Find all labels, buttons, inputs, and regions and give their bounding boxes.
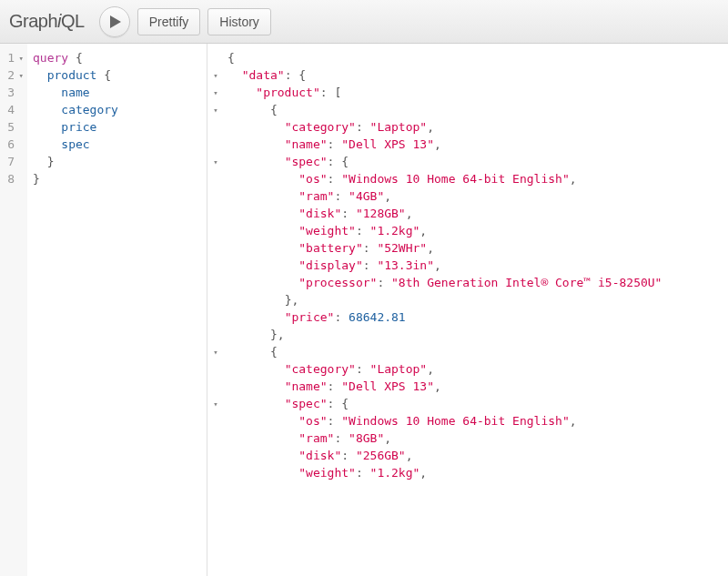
token: :: [356, 362, 370, 376]
token: {: [270, 345, 278, 359]
result-line: "display": "13.3in",: [228, 257, 728, 274]
token: "Dell XPS 13": [341, 137, 434, 151]
fold-spacer: [207, 170, 224, 187]
fold-arrow-icon[interactable]: ▾: [207, 66, 224, 84]
token: "Windows 10 Home 64-bit English": [341, 172, 569, 186]
result-line: "processor": "8th Generation Intel® Core…: [228, 274, 728, 291]
result-viewer[interactable]: { "data": { "product": [ { "category": "…: [224, 44, 728, 576]
logo-text-prefix: Graph: [9, 11, 57, 31]
token: : {: [328, 397, 349, 410]
result-line: "product": [: [228, 84, 728, 101]
query-gutter: 1▾2▾345678: [0, 44, 27, 576]
token: "processor": [298, 276, 377, 289]
prettify-button[interactable]: Prettify: [137, 8, 201, 35]
token: "1.2kg": [370, 466, 420, 480]
token: {: [104, 68, 111, 82]
result-line: },: [228, 291, 728, 308]
token: spec: [61, 137, 89, 151]
token: "display": [298, 258, 362, 272]
result-line: "spec": {: [228, 395, 728, 412]
token: "product": [256, 86, 319, 99]
result-line: "disk": "256GB",: [228, 447, 728, 464]
token: "4GB": [349, 189, 384, 203]
result-gutter: ▾▾▾▾▾▾: [207, 44, 224, 576]
code-line: spec: [33, 136, 199, 153]
token: ,: [406, 207, 413, 220]
token: "weight": [298, 224, 356, 237]
token: :: [328, 172, 342, 186]
fold-spacer: [207, 308, 224, 326]
line-number-text: 5: [7, 120, 15, 134]
token: ,: [384, 189, 391, 203]
token: "8th Generation Intel® Core™ i5-8250U": [391, 276, 662, 289]
execute-button[interactable]: [99, 6, 130, 37]
fold-arrow-icon[interactable]: ▾: [207, 153, 224, 170]
token: :: [341, 207, 356, 220]
token: ,: [434, 137, 441, 151]
token: "8GB": [349, 431, 384, 445]
token: :: [334, 189, 349, 203]
token: ,: [420, 224, 427, 237]
token: :: [363, 258, 378, 272]
app-logo: GraphiQL: [9, 11, 85, 32]
result-line: },: [228, 326, 728, 343]
token: "1.2kg": [370, 224, 420, 237]
fold-spacer: [207, 429, 224, 447]
result-pane: ▾▾▾▾▾▾ { "data": { "product": [ { "categ…: [207, 44, 728, 576]
token: "256GB": [356, 449, 406, 462]
token: : [: [320, 86, 341, 99]
token: :: [334, 310, 349, 324]
result-line: "ram": "8GB",: [228, 429, 728, 447]
token: ,: [570, 172, 577, 186]
result-line: "data": {: [228, 66, 728, 84]
token: "battery": [298, 241, 362, 255]
query-pane: 1▾2▾345678 query { product { name catego…: [0, 44, 207, 576]
fold-spacer: [207, 239, 224, 257]
fold-arrow-icon[interactable]: ▾: [207, 343, 224, 360]
fold-arrow-icon[interactable]: ▾: [207, 395, 224, 412]
token: }: [33, 172, 40, 186]
query-editor[interactable]: query { product { name category price sp…: [27, 44, 207, 576]
token: "weight": [298, 466, 356, 480]
fold-spacer: [207, 291, 224, 308]
token: "Dell XPS 13": [341, 379, 434, 393]
token: "disk": [298, 207, 341, 220]
logo-text-suffix: QL: [61, 11, 85, 31]
fold-arrow-icon[interactable]: ▾: [16, 54, 24, 63]
editor-panes: 1▾2▾345678 query { product { name catego…: [0, 44, 728, 576]
line-number: 1▾: [0, 49, 25, 66]
code-line: }: [33, 170, 199, 187]
code-line: category: [33, 101, 199, 118]
token: ,: [420, 466, 427, 480]
token: :: [341, 449, 356, 462]
result-line: {: [228, 101, 728, 118]
token: :: [356, 224, 370, 237]
token: ,: [406, 449, 413, 462]
fold-spacer: [207, 136, 224, 153]
token: {: [228, 51, 235, 65]
fold-spacer: [207, 222, 224, 239]
token: "category": [285, 120, 356, 134]
token: ,: [434, 379, 441, 393]
token: product: [47, 68, 105, 82]
line-number-text: 7: [7, 155, 15, 168]
fold-spacer: [207, 49, 224, 66]
code-line: price: [33, 118, 199, 136]
result-line: "price": 68642.81: [228, 308, 728, 326]
token: "category": [285, 362, 356, 376]
line-number-text: 8: [7, 172, 15, 186]
token: :: [363, 241, 378, 255]
token: {: [76, 51, 83, 65]
result-line: "weight": "1.2kg",: [228, 222, 728, 239]
token: : {: [285, 68, 306, 82]
token: :: [328, 137, 342, 151]
history-button[interactable]: History: [207, 8, 271, 35]
fold-arrow-icon[interactable]: ▾: [207, 84, 224, 101]
code-line: name: [33, 84, 199, 101]
fold-arrow-icon[interactable]: ▾: [207, 101, 224, 118]
fold-spacer: [207, 464, 224, 481]
prettify-label: Prettify: [149, 15, 189, 29]
token: "name": [285, 137, 328, 151]
token: "spec": [285, 397, 328, 410]
fold-arrow-icon[interactable]: ▾: [16, 71, 24, 80]
